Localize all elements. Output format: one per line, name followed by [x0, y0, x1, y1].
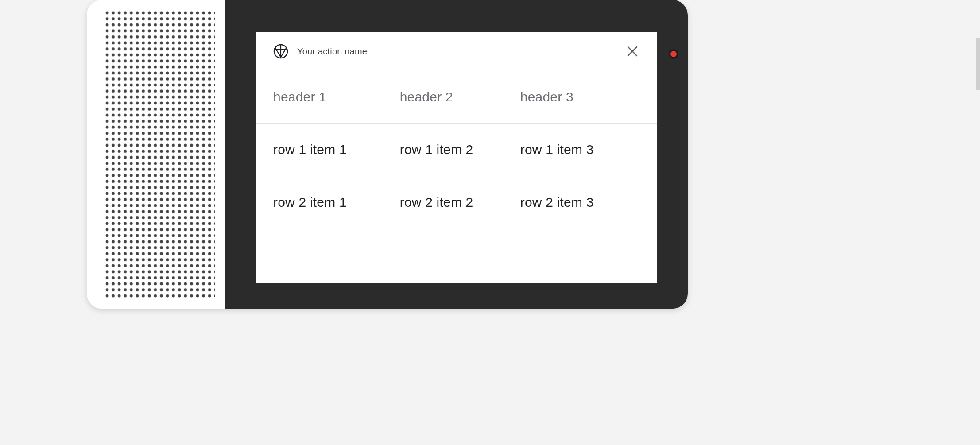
close-button[interactable] [625, 44, 639, 58]
table-header-cell: header 1 [256, 71, 382, 124]
table-header-cell: header 2 [382, 71, 503, 124]
table-row: row 2 item 1 row 2 item 2 row 2 item 3 [256, 176, 657, 229]
table-header-row: header 1 header 2 header 3 [256, 71, 657, 124]
speaker-grille [87, 0, 225, 309]
svg-rect-1 [105, 11, 215, 299]
table-cell: row 1 item 3 [503, 124, 657, 176]
table-header-cell: header 3 [503, 71, 657, 124]
table-cell: row 2 item 2 [382, 176, 503, 229]
table-cell: row 2 item 3 [503, 176, 657, 229]
data-table: header 1 header 2 header 3 row 1 item 1 … [256, 71, 657, 228]
table-cell: row 2 item 1 [256, 176, 382, 229]
table-cell: row 1 item 1 [256, 124, 382, 176]
device-frame: Your action name header 1 header 2 heade… [87, 0, 688, 309]
scroll-hint [976, 38, 980, 90]
action-logo-icon [273, 44, 288, 59]
action-card: Your action name header 1 header 2 heade… [256, 32, 657, 283]
table-row: row 1 item 1 row 1 item 2 row 1 item 3 [256, 124, 657, 176]
table-cell: row 1 item 2 [382, 124, 503, 176]
action-title: Your action name [297, 46, 367, 57]
close-icon [627, 46, 638, 57]
device-screen: Your action name header 1 header 2 heade… [225, 0, 688, 309]
recording-indicator-icon [670, 51, 677, 57]
speaker-dots-icon [105, 11, 215, 299]
card-header: Your action name [256, 32, 657, 71]
